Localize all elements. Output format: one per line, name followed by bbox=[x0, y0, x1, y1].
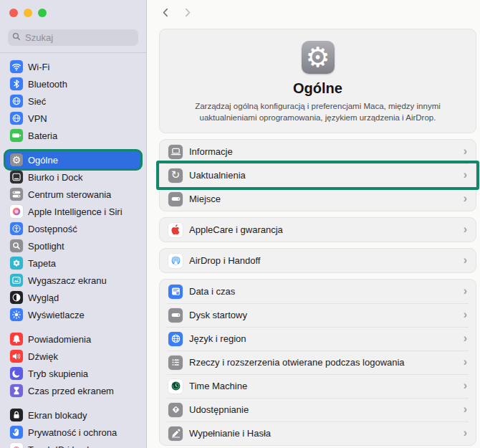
settings-row-data-i-czas[interactable]: Data i czas› bbox=[160, 280, 476, 303]
siri-icon bbox=[10, 205, 23, 218]
navigation-toolbar bbox=[147, 0, 480, 24]
settings-row-label: Uaktualnienia bbox=[189, 170, 457, 181]
sidebar-item-biurko-i-dock[interactable]: Biurko i Dock bbox=[6, 168, 140, 186]
sidebar-item-wygaszacz-ekranu[interactable]: Wygaszacz ekranu bbox=[6, 272, 140, 289]
chevron-right-icon: › bbox=[464, 224, 467, 237]
sidebar-group: Ekran blokadyPrywatność i ochronaTouch I… bbox=[6, 406, 140, 448]
sidebar-item-siec[interactable]: Sieć bbox=[6, 92, 140, 110]
appearance-icon bbox=[10, 291, 23, 304]
sidebar-item-label: Biurko i Dock bbox=[28, 172, 83, 183]
sidebar: Wi-FiBluetoothSiećVPNBateria⚙OgólneBiurk… bbox=[0, 0, 147, 448]
sidebar-item-tapeta[interactable]: Tapeta bbox=[6, 254, 140, 272]
apple-icon bbox=[168, 223, 183, 237]
chevron-right-icon: › bbox=[464, 380, 467, 393]
search-icon bbox=[11, 32, 21, 44]
sidebar-item-tryb-skupienia[interactable]: Tryb skupienia bbox=[6, 365, 140, 382]
close-window-button[interactable] bbox=[9, 9, 18, 17]
sidebar-item-centrum-sterowania[interactable]: Centrum sterowania bbox=[6, 186, 140, 203]
forward-button[interactable] bbox=[181, 6, 193, 18]
settings-row-label: AirDrop i Handoff bbox=[189, 255, 457, 266]
header-card: ⚙ Ogólne Zarządzaj ogólną konfiguracją i… bbox=[159, 29, 476, 133]
lock-icon bbox=[10, 409, 23, 421]
battery-icon bbox=[10, 129, 23, 142]
minimize-window-button[interactable] bbox=[24, 9, 32, 17]
sidebar-item-dzwiek[interactable]: Dźwięk bbox=[6, 348, 140, 365]
settings-row-label: Informacje bbox=[189, 146, 457, 157]
globe-icon bbox=[10, 95, 23, 108]
sidebar-item-dostepnosc[interactable]: Dostępność bbox=[6, 220, 140, 237]
system-settings-window: Wi-FiBluetoothSiećVPNBateria⚙OgólneBiurk… bbox=[0, 0, 480, 448]
sidebar-item-spotlight[interactable]: Spotlight bbox=[6, 237, 140, 254]
settings-row-label: Data i czas bbox=[189, 286, 457, 297]
screensaver-icon bbox=[10, 274, 23, 287]
sidebar-item-apple-intelligence-i-siri[interactable]: Apple Intelligence i Siri bbox=[6, 203, 140, 220]
time-machine-icon bbox=[168, 379, 183, 394]
sidebar-group: Wi-FiBluetoothSiećVPNBateria bbox=[6, 58, 140, 144]
speaker-icon bbox=[10, 350, 23, 363]
settings-row-applecare-i-gwarancja[interactable]: AppleCare i gwarancja› bbox=[160, 218, 476, 242]
sidebar-item-label: Bateria bbox=[28, 130, 57, 141]
settings-row-airdrop-i-handoff[interactable]: AirDrop i Handoff› bbox=[160, 249, 476, 272]
sidebar-item-ogolne[interactable]: ⚙Ogólne bbox=[6, 151, 140, 168]
sidebar-item-czas-przed-ekranem[interactable]: Czas przed ekranem bbox=[6, 382, 140, 399]
settings-row-informacje[interactable]: Informacje› bbox=[160, 140, 476, 163]
search-input[interactable] bbox=[8, 29, 138, 46]
sidebar-item-powiadomienia[interactable]: Powiadomienia bbox=[6, 330, 140, 348]
settings-row-label: Dysk startowy bbox=[189, 310, 457, 320]
chevron-right-icon: › bbox=[464, 285, 467, 298]
airdrop-icon bbox=[168, 254, 183, 268]
chevron-right-icon: › bbox=[464, 146, 467, 158]
settings-row-miejsce[interactable]: Miejsce› bbox=[160, 187, 476, 211]
back-button[interactable] bbox=[160, 6, 171, 18]
settings-row-jezyk-i-region[interactable]: Język i region› bbox=[160, 327, 476, 351]
search-field[interactable] bbox=[24, 32, 135, 44]
sidebar-item-label: VPN bbox=[28, 113, 47, 124]
settings-row-label: Język i region bbox=[189, 333, 457, 344]
sidebar-item-label: Tryb skupienia bbox=[28, 368, 88, 379]
date-time-icon bbox=[168, 285, 183, 299]
sidebar-item-bluetooth[interactable]: Bluetooth bbox=[6, 75, 140, 92]
spotlight-icon bbox=[10, 239, 23, 252]
sidebar-item-label: Wi-Fi bbox=[28, 62, 49, 72]
chevron-right-icon: › bbox=[464, 169, 467, 182]
sidebar-item-label: Prywatność i ochrona bbox=[28, 427, 117, 438]
sidebar-item-label: Wyświetlacze bbox=[28, 310, 85, 320]
sidebar-item-wyswietlacze[interactable]: Wyświetlacze bbox=[6, 306, 140, 323]
laptop-icon bbox=[168, 145, 183, 159]
software-update-icon: ↻ bbox=[168, 168, 183, 183]
sidebar-item-label: Bluetooth bbox=[28, 79, 67, 90]
sharing-icon bbox=[168, 403, 183, 417]
sidebar-item-label: Apple Intelligence i Siri bbox=[28, 206, 123, 217]
settings-row-wypelnianie-i-hasla[interactable]: Wypełnianie i Hasła› bbox=[160, 421, 476, 445]
settings-groups: Informacje›↻Uaktualnienia›Miejsce›AppleC… bbox=[159, 139, 476, 446]
settings-row-udostepnianie[interactable]: Udostępnianie› bbox=[160, 398, 476, 421]
window-controls bbox=[0, 0, 146, 23]
sidebar-item-touch-id-i-haslo[interactable]: Touch ID i hasło bbox=[6, 441, 140, 448]
sidebar-item-label: Tapeta bbox=[28, 258, 56, 269]
settings-row-label: AppleCare i gwarancja bbox=[189, 224, 457, 235]
fingerprint-icon bbox=[10, 443, 23, 448]
sidebar-item-prywatnosc-i-ochrona[interactable]: Prywatność i ochrona bbox=[6, 424, 140, 441]
settings-row-uaktualnienia[interactable]: ↻Uaktualnienia› bbox=[160, 163, 476, 187]
sidebar-item-label: Wygląd bbox=[28, 292, 59, 303]
chevron-right-icon: › bbox=[464, 356, 467, 369]
settings-row-label: Miejsce bbox=[189, 194, 457, 204]
settings-card: Data i czas›Dysk startowy›Język i region… bbox=[159, 279, 476, 446]
sidebar-item-wyglad[interactable]: Wygląd bbox=[6, 289, 140, 306]
sidebar-item-wifi[interactable]: Wi-Fi bbox=[6, 58, 140, 75]
settings-row-rzeczy-i-rozszerzenia[interactable]: Rzeczy i rozszerzenia otwierane podczas … bbox=[160, 351, 476, 374]
chevron-right-icon: › bbox=[464, 309, 467, 322]
desktop-dock-icon bbox=[10, 171, 23, 184]
sidebar-item-vpn[interactable]: VPN bbox=[6, 110, 140, 127]
sidebar-item-bateria[interactable]: Bateria bbox=[6, 127, 140, 144]
settings-row-dysk-startowy[interactable]: Dysk startowy› bbox=[160, 303, 476, 327]
chevron-right-icon: › bbox=[464, 333, 467, 345]
settings-row-time-machine[interactable]: Time Machine› bbox=[160, 374, 476, 398]
hand-icon bbox=[10, 426, 23, 439]
globe-grid-icon bbox=[168, 332, 183, 346]
gear-icon: ⚙ bbox=[10, 153, 23, 166]
vpn-globe-icon bbox=[10, 112, 23, 125]
sidebar-item-ekran-blokady[interactable]: Ekran blokady bbox=[6, 406, 140, 424]
zoom-window-button[interactable] bbox=[38, 9, 47, 17]
bluetooth-icon bbox=[10, 77, 23, 90]
